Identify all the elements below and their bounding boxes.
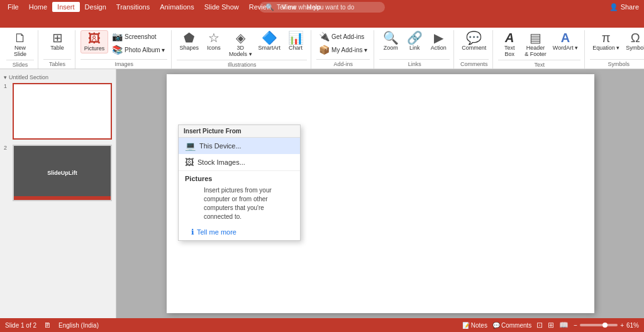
this-device-icon: 💻 <box>185 141 196 151</box>
photo-album-icon: 📚 <box>112 45 123 55</box>
table-button[interactable]: ⊞ Table <box>43 30 71 52</box>
dropdown-header: Insert Picture From <box>179 125 300 138</box>
images-group-label: Images <box>80 59 167 69</box>
ribbon-group-symbols: π Equation ▾ Ω Symbol Symbols <box>586 30 644 69</box>
stock-images-item[interactable]: 🖼 Stock Images... <box>179 154 300 170</box>
share-icon: 👤 <box>609 3 618 11</box>
section-label: Untitled Section <box>9 74 48 80</box>
my-addins-label: My Add-ins ▾ <box>331 47 367 53</box>
tell-me-more-label: Tell me more <box>197 228 236 236</box>
symbol-icon: Ω <box>631 31 640 44</box>
3d-models-button[interactable]: ◈ 3DModels ▾ <box>226 30 255 58</box>
new-slide-icon: 🗋 <box>14 31 26 44</box>
shapes-icon: ⬟ <box>184 31 194 44</box>
link-icon: 🔗 <box>407 31 423 44</box>
ribbon-group-text: A TextBox ▤ Header& Footer A WordArt ▾ T… <box>494 30 585 69</box>
menu-insert[interactable]: Insert <box>52 2 80 12</box>
3d-models-icon: ◈ <box>236 31 245 44</box>
pictures-icon: 🖼 <box>88 32 101 45</box>
table-icon: ⊞ <box>52 31 63 44</box>
slide-thumb-2[interactable]: 2 SlideUpLift <box>4 145 112 201</box>
wordart-button[interactable]: A WordArt ▾ <box>550 30 580 52</box>
ribbon-group-addins: 🔌 Get Add-ins 📦 My Add-ins ▾ Add-ins <box>313 30 374 69</box>
icons-button[interactable]: ☆ Icons <box>203 30 225 52</box>
text-box-icon: A <box>505 31 514 44</box>
my-addins-button[interactable]: 📦 My Add-ins ▾ <box>316 43 370 56</box>
tables-group-label: Tables <box>43 59 71 69</box>
photo-album-button[interactable]: 📚 Photo Album ▾ <box>109 43 167 56</box>
screenshot-label: Screenshot <box>125 33 157 40</box>
zoom-button[interactable]: 🔍 Zoom <box>379 30 402 52</box>
smartart-icon: 🔷 <box>262 31 277 44</box>
menu-design[interactable]: Design <box>80 2 111 12</box>
stock-images-label: Stock Images... <box>197 158 245 166</box>
slides-group-label: Slides <box>6 60 34 69</box>
menu-slideshow[interactable]: Slide Show <box>199 2 244 12</box>
header-footer-icon: ▤ <box>530 31 541 44</box>
get-addins-label: Get Add-ins <box>331 33 364 40</box>
menu-animations[interactable]: Animations <box>155 2 199 12</box>
this-device-item[interactable]: 💻 This Device... <box>179 138 300 154</box>
text-group-label: Text <box>498 60 580 69</box>
ribbon-group-slides: 🗋 NewSlide Slides <box>3 30 38 69</box>
section-collapse-icon[interactable]: ▾ Untitled Section <box>4 74 112 80</box>
icons-icon: ☆ <box>208 31 219 44</box>
share-button[interactable]: Share <box>621 3 639 11</box>
get-addins-button[interactable]: 🔌 Get Add-ins <box>316 30 370 43</box>
zoom-icon: 🔍 <box>383 31 399 44</box>
my-addins-icon: 📦 <box>319 45 330 55</box>
ribbon-group-comments: 💬 Comment Comments <box>455 30 493 69</box>
ribbon-group-tables: ⊞ Table Tables <box>40 30 75 69</box>
get-addins-icon: 🔌 <box>319 31 330 42</box>
equation-icon: π <box>602 31 611 44</box>
ribbon-group-images: 🖼 Pictures 📷 Screenshot 📚 Photo Album ▾ … <box>77 30 172 69</box>
tell-me-more-link[interactable]: ℹ Tell me more <box>185 225 294 239</box>
slide-thumb-1[interactable]: 1 <box>4 83 112 140</box>
slide-preview-2-text: SlideUpLift <box>47 170 77 176</box>
slide-panel: ▾ Untitled Section 1 2 SlideUpLift <box>0 69 116 318</box>
link-button[interactable]: 🔗 Link <box>403 30 426 52</box>
menu-home[interactable]: Home <box>24 2 52 12</box>
ribbon-group-illustrations: ⬟ Shapes ☆ Icons ◈ 3DModels ▾ 🔷 SmartArt… <box>173 30 311 69</box>
slide-number-1: 1 <box>4 83 10 89</box>
search-bar[interactable]: Tell me what you want to do <box>277 4 354 11</box>
screenshot-button[interactable]: 📷 Screenshot <box>109 30 167 43</box>
chart-icon: 📊 <box>288 31 304 44</box>
pictures-section-label: Pictures <box>185 175 294 182</box>
slide-number-2: 2 <box>4 145 10 151</box>
wordart-icon: A <box>561 31 570 44</box>
menu-transitions[interactable]: Transitions <box>111 2 155 12</box>
action-button[interactable]: ▶ Action <box>427 30 450 52</box>
new-slide-button[interactable]: 🗋 NewSlide <box>6 30 34 58</box>
links-group-label: Links <box>379 59 450 69</box>
photo-album-label: Photo Album ▾ <box>125 47 165 53</box>
illustrations-group-label: Illustrations <box>177 60 307 69</box>
symbols-group-label: Symbols <box>590 59 644 69</box>
comments-group-label: Comments <box>459 59 489 69</box>
equation-button[interactable]: π Equation ▾ <box>590 30 622 52</box>
comment-button[interactable]: 💬 Comment <box>459 30 489 52</box>
this-device-label: This Device... <box>199 142 242 150</box>
shapes-button[interactable]: ⬟ Shapes <box>177 30 201 52</box>
menu-file[interactable]: File <box>3 2 24 12</box>
search-icon: 🔍 <box>265 3 274 11</box>
slide-preview-2[interactable]: SlideUpLift <box>13 145 112 201</box>
header-footer-button[interactable]: ▤ Header& Footer <box>522 30 549 58</box>
ribbon-group-links: 🔍 Zoom 🔗 Link ▶ Action Links <box>375 30 454 69</box>
symbol-button[interactable]: Ω Symbol <box>623 30 644 52</box>
insert-picture-dropdown: Insert Picture From 💻 This Device... 🖼 S… <box>178 124 301 241</box>
pictures-button[interactable]: 🖼 Pictures <box>80 30 108 53</box>
pictures-description: Insert pictures from your computer or fr… <box>185 182 294 225</box>
comment-icon: 💬 <box>466 31 482 44</box>
smartart-button[interactable]: 🔷 SmartArt <box>256 30 284 52</box>
slide-preview-1[interactable] <box>13 83 112 140</box>
action-icon: ▶ <box>434 31 443 44</box>
help-icon: ℹ <box>191 228 194 236</box>
chart-button[interactable]: 📊 Chart <box>284 30 307 52</box>
canvas-area[interactable]: Insert Picture From 💻 This Device... 🖼 S… <box>116 69 644 318</box>
text-box-button[interactable]: A TextBox <box>498 30 521 58</box>
screenshot-icon: 📷 <box>112 31 123 42</box>
stock-images-icon: 🖼 <box>185 157 194 167</box>
addins-group-label: Add-ins <box>316 59 370 69</box>
